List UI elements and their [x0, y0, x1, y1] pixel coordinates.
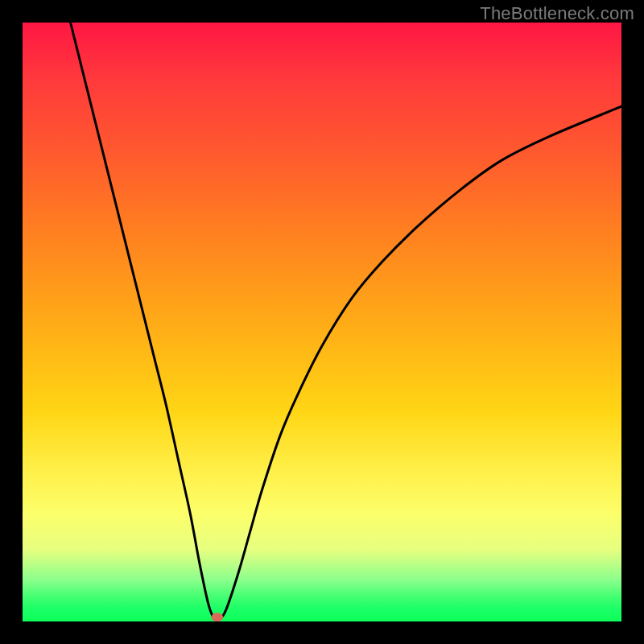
- bottleneck-curve: [71, 23, 621, 620]
- watermark-text: TheBottleneck.com: [480, 3, 634, 24]
- chart-area: [23, 23, 621, 621]
- optimum-marker: [212, 613, 223, 621]
- chart-svg: [23, 23, 621, 621]
